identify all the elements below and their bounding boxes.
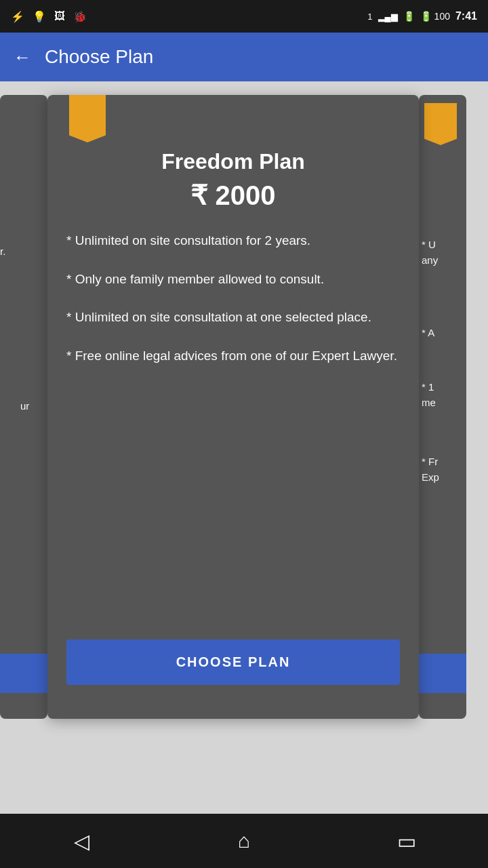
sim-icon: 1 bbox=[367, 12, 372, 22]
cards-container: r. ur Freedom Plan ₹ 2000 * Unlimited on… bbox=[0, 95, 488, 800]
right-card-text-2: * A bbox=[419, 326, 465, 341]
status-bar: ⚡ 💡 🖼 🐞 1 ▂▄▆ 🔋 🔋 100 7:41 bbox=[0, 0, 488, 33]
nav-recents-icon: ▭ bbox=[397, 829, 416, 853]
nav-back-button[interactable]: ◁ bbox=[61, 821, 102, 861]
nav-back-icon: ◁ bbox=[74, 829, 89, 853]
signal-icon: ▂▄▆ bbox=[378, 12, 398, 22]
page-title: Choose Plan bbox=[45, 46, 153, 68]
battery-icon: 🔋 bbox=[403, 11, 415, 22]
debug-icon: 🐞 bbox=[73, 10, 87, 23]
status-bar-right: 1 ▂▄▆ 🔋 🔋 100 7:41 bbox=[367, 10, 477, 22]
right-card-text-1: * Uany bbox=[419, 237, 465, 268]
image-icon: 🖼 bbox=[54, 10, 65, 22]
bookmark-badge bbox=[69, 95, 106, 142]
back-button[interactable]: ← bbox=[14, 47, 31, 68]
brightness-icon: 💡 bbox=[33, 10, 46, 23]
status-time: 7:41 bbox=[455, 10, 477, 22]
right-card-text-3: * 1me bbox=[419, 380, 465, 410]
feature-4: * Free online legal advices from one of … bbox=[66, 347, 400, 366]
left-card-text-2: ur bbox=[20, 400, 47, 412]
nav-recents-button[interactable]: ▭ bbox=[386, 821, 427, 861]
choose-plan-button[interactable]: CHOOSE PLAN bbox=[66, 639, 400, 685]
right-card-text-4: * FrExp bbox=[419, 454, 465, 485]
right-plan-card-partial[interactable]: * Uany * A * 1me * FrExp bbox=[419, 95, 466, 719]
nav-home-icon: ⌂ bbox=[238, 829, 250, 852]
plan-features: * Unlimited on site consultation for 2 y… bbox=[47, 231, 419, 619]
plan-price: ₹ 2000 bbox=[47, 180, 419, 211]
freedom-plan-card: Freedom Plan ₹ 2000 * Unlimited on site … bbox=[47, 95, 419, 719]
usb-icon: ⚡ bbox=[11, 10, 24, 23]
battery-level: 🔋 100 bbox=[420, 11, 450, 22]
feature-1: * Unlimited on site consultation for 2 y… bbox=[66, 231, 400, 251]
left-card-text-1: r. bbox=[0, 244, 43, 260]
right-bookmark-badge bbox=[424, 103, 457, 145]
right-card-choose-btn-partial bbox=[419, 654, 466, 693]
feature-2: * Only one family member allowed to cons… bbox=[66, 270, 400, 290]
feature-3: * Unlimited on site consultation at one … bbox=[66, 308, 400, 328]
status-bar-left: ⚡ 💡 🖼 🐞 bbox=[11, 10, 87, 23]
nav-home-button[interactable]: ⌂ bbox=[224, 821, 264, 861]
main-content: r. ur Freedom Plan ₹ 2000 * Unlimited on… bbox=[0, 81, 488, 814]
left-card-choose-btn-partial bbox=[0, 654, 47, 693]
app-bar: ← Choose Plan bbox=[0, 33, 488, 81]
nav-bar: ◁ ⌂ ▭ bbox=[0, 814, 488, 868]
left-plan-card-partial[interactable]: r. ur bbox=[0, 95, 47, 719]
